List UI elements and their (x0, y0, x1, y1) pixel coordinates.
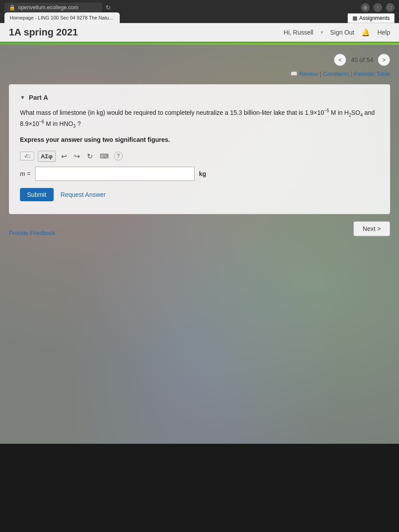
book-icon: 📖 (290, 70, 297, 77)
active-tab[interactable]: Homepage - LING 100 Sec 04 9278 The Natu… (4, 12, 120, 23)
answer-row: m = kg (20, 167, 379, 181)
browser-chrome: 🔒 openvellum.ecollege.com ↻ ⊕ ↑ □ (0, 0, 399, 12)
keyboard-button[interactable]: ⌨ (98, 151, 110, 161)
app-title: 1A spring 2021 (9, 27, 78, 38)
separator-2: | (351, 70, 352, 77)
answer-toolbar: √□ ΑΣφ ↩ ↪ ↻ ⌨ ? (20, 150, 379, 162)
next-chevron-icon: > (377, 225, 381, 232)
url-text: openvellum.ecollege.com (18, 4, 78, 11)
address-bar[interactable]: 🔒 openvellum.ecollege.com (4, 3, 102, 12)
assignments-tab[interactable]: ▦ Assignments (348, 13, 395, 23)
part-label: Part A (29, 94, 48, 101)
part-header: ▼ Part A (20, 94, 379, 101)
answer-label: m = (20, 170, 31, 177)
next-question-button[interactable]: > (378, 54, 390, 66)
help-link[interactable]: Help (377, 29, 390, 36)
feedback-link[interactable]: Provide Feedback (9, 230, 55, 236)
formula-button[interactable]: ΑΣφ (38, 151, 56, 162)
undo-button[interactable]: ↩ (59, 150, 69, 162)
instruction-text: Express your answer using two significan… (20, 136, 379, 143)
browser-icon-1[interactable]: ⊕ (361, 3, 370, 12)
assignments-icon: ▦ (352, 15, 357, 21)
bottom-area: Provide Feedback Next > (9, 221, 390, 236)
answer-unit: kg (199, 170, 206, 177)
question-counter: 40 of 54 (351, 56, 373, 63)
help-toolbar-button[interactable]: ? (114, 152, 123, 160)
tab-bar: Homepage - LING 100 Sec 04 9278 The Natu… (0, 12, 399, 23)
answer-input[interactable] (35, 167, 195, 181)
question-text-main: What mass of limestone (in kg) would be … (20, 109, 375, 127)
refresh-browser-icon[interactable]: ↻ (106, 4, 111, 11)
app-header: 1A spring 2021 Hi, Russell ▾ Sign Out 🔔 … (0, 23, 399, 43)
periodic-table-link[interactable]: Periodic Table (354, 70, 390, 77)
bell-icon[interactable]: 🔔 (361, 28, 370, 37)
links-bar: 📖 Review | Constants | Periodic Table (9, 70, 390, 77)
browser-icon-3[interactable]: □ (386, 3, 395, 12)
assignments-tab-label: Assignments (359, 15, 390, 21)
part-collapse-arrow[interactable]: ▼ (20, 94, 25, 101)
redo-button[interactable]: ↪ (72, 150, 82, 162)
math-editor-button[interactable]: √□ (20, 152, 34, 160)
next-button-label: Next (363, 225, 376, 232)
refresh-button[interactable]: ↻ (85, 150, 94, 162)
browser-actions: ⊕ ↑ □ (361, 3, 395, 12)
submit-button[interactable]: Submit (20, 188, 54, 201)
greeting-chevron: ▾ (321, 29, 323, 35)
submit-area: Submit Request Answer (20, 188, 379, 201)
separator-1: | (320, 70, 321, 77)
next-button[interactable]: Next > (353, 221, 390, 236)
question-nav: < 40 of 54 > (9, 54, 390, 66)
constants-link[interactable]: Constants (323, 70, 349, 77)
question-text: What mass of limestone (in kg) would be … (20, 107, 379, 130)
prev-question-button[interactable]: < (334, 54, 346, 66)
request-answer-link[interactable]: Request Answer (61, 191, 106, 198)
browser-icon-2[interactable]: ↑ (373, 3, 382, 12)
review-link[interactable]: Review (299, 70, 318, 77)
header-nav: Hi, Russell ▾ Sign Out 🔔 Help (284, 28, 390, 37)
main-content: < 40 of 54 > 📖 Review | Constants | Peri… (0, 45, 399, 444)
lock-icon: 🔒 (9, 4, 16, 11)
user-greeting[interactable]: Hi, Russell (284, 29, 313, 36)
question-card: ▼ Part A What mass of limestone (in kg) … (9, 84, 390, 214)
sign-out-link[interactable]: Sign Out (330, 29, 354, 36)
